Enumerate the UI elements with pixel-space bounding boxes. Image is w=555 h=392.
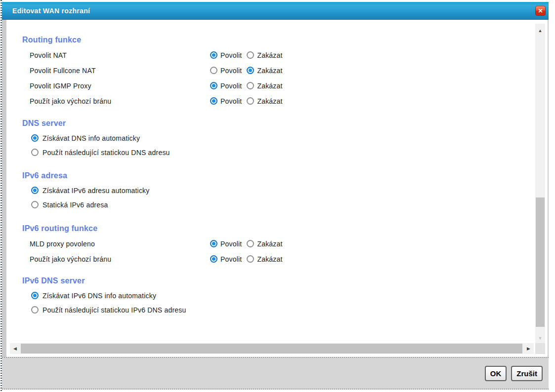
radio-option[interactable] [31,187,39,194]
radio-povolit-label: Povolit [220,82,242,90]
radio-group: Povolit Zakázat [210,240,288,248]
setting-row-fullcone-nat: Povolit Fullcone NAT Povolit Zakázat [6,63,533,78]
radio-group: Povolit Zakázat [210,97,288,105]
section-heading: DNS server [22,119,533,128]
scroll-down-icon[interactable]: ▼ [535,335,545,341]
option-ipv6-dns-auto: Získávat IPv6 DNS info automaticky [6,288,533,303]
page-left-dotted-border [0,0,2,392]
radio-zakazat[interactable] [247,240,254,247]
section-heading: Routing funkce [22,36,533,45]
setting-row-povolit-nat: Povolit NAT Povolit Zakázat [6,47,533,63]
radio-option[interactable] [31,306,39,314]
section-routing-funkce: Routing funkce Povolit NAT Povolit Zakáz… [6,36,533,109]
option-ipv6-dns-static: Použít následující statickou IPv6 DNS ad… [6,303,533,317]
ok-button[interactable]: OK [485,366,507,381]
radio-group: Povolit Zakázat [210,67,288,75]
section-heading: IPv6 routing funkce [22,224,533,234]
vertical-scrollbar-thumb[interactable] [536,197,545,327]
vertical-scrollbar[interactable]: ▲ ▼ [535,24,545,343]
section-heading: IPv6 DNS server [22,276,533,286]
radio-povolit[interactable] [210,240,217,247]
option-dns-static: Použít následující statickou DNS adresu [6,145,533,159]
section-heading: IPv6 adresa [22,171,533,181]
radio-povolit-label: Povolit [220,240,242,248]
setting-label: MLD proxy povoleno [30,240,210,248]
setting-row-igmp-proxy: Povolit IGMP Proxy Povolit Zakázat [6,78,533,93]
cancel-button[interactable]: Zrušit [511,366,543,381]
radio-povolit[interactable] [210,255,217,263]
scrollbar-corner [535,343,545,354]
radio-option[interactable] [31,149,39,156]
option-label: Použít následující statickou DNS adresu [43,149,170,157]
option-label: Získávat DNS info automaticky [43,134,140,142]
radio-zakazat-label: Zakázat [257,67,282,75]
radio-zakazat-label: Zakázat [257,82,282,90]
setting-label: Povolit NAT [30,51,210,59]
horizontal-scrollbar-thumb[interactable] [21,344,522,353]
radio-zakazat-label: Zakázat [257,97,282,105]
scroll-right-icon[interactable]: ▶ [527,343,530,354]
dialog-content: Routing funkce Povolit NAT Povolit Zakáz… [6,20,533,356]
setting-row-mld-proxy: MLD proxy povoleno Povolit Zakázat [6,236,533,251]
scroll-up-icon[interactable]: ▲ [535,28,545,34]
radio-group: Povolit Zakázat [210,51,288,59]
radio-zakazat-label: Zakázat [257,51,282,59]
radio-povolit-label: Povolit [220,97,242,105]
setting-label: Povolit Fullcone NAT [30,67,210,75]
modal-screen: Editovat WAN rozhraní ✕ Routing funkce P… [0,0,555,392]
radio-povolit[interactable] [210,97,217,105]
radio-group: Povolit Zakázat [210,255,288,263]
dialog-footer: OK Zrušit [2,357,549,390]
option-ipv6-static: Statická IPv6 adresa [6,197,533,212]
option-label: Získávat IPv6 DNS info automaticky [43,292,156,300]
horizontal-scrollbar[interactable]: ◀ ▶ [10,343,534,354]
radio-option[interactable] [31,201,39,208]
radio-group: Povolit Zakázat [210,82,288,90]
option-dns-auto: Získávat DNS info automaticky [6,131,533,145]
radio-povolit-label: Povolit [220,67,242,75]
radio-zakazat-label: Zakázat [257,255,282,263]
radio-zakazat[interactable] [247,67,254,74]
option-label: Získávat IPv6 adresu automaticky [43,187,150,195]
radio-zakazat[interactable] [247,255,254,263]
radio-zakazat[interactable] [247,51,254,59]
setting-label: Použít jako výchozí bránu [30,255,210,263]
radio-zakazat-label: Zakázat [257,240,282,248]
radio-option[interactable] [31,292,39,299]
setting-label: Povolit IGMP Proxy [30,82,210,90]
setting-row-ipv6-default-gateway: Použít jako výchozí bránu Povolit Zakáza… [6,251,533,267]
dialog-title: Editovat WAN rozhraní [2,7,90,15]
radio-povolit-label: Povolit [220,255,242,263]
radio-povolit[interactable] [210,51,217,59]
close-icon[interactable]: ✕ [535,6,546,16]
setting-row-default-gateway: Použít jako výchozí bránu Povolit Zakáza… [6,93,533,109]
radio-povolit-label: Povolit [220,51,242,59]
section-ipv6-dns-server: IPv6 DNS server Získávat IPv6 DNS info a… [6,276,533,317]
radio-povolit[interactable] [210,67,217,74]
radio-zakazat[interactable] [247,97,254,105]
option-ipv6-auto: Získávat IPv6 adresu automaticky [6,183,533,197]
dialog-titlebar: Editovat WAN rozhraní ✕ [2,2,549,20]
scroll-left-icon[interactable]: ◀ [13,343,17,354]
radio-option[interactable] [31,134,39,142]
section-ipv6-routing-funkce: IPv6 routing funkce MLD proxy povoleno P… [6,224,533,267]
section-dns-server: DNS server Získávat DNS info automaticky… [6,119,533,159]
section-ipv6-adresa: IPv6 adresa Získávat IPv6 adresu automat… [6,171,533,212]
radio-zakazat[interactable] [247,82,254,89]
option-label: Statická IPv6 adresa [43,201,108,209]
setting-label: Použít jako výchozí bránu [30,97,210,105]
option-label: Použít následující statickou IPv6 DNS ad… [43,306,186,314]
radio-povolit[interactable] [210,82,217,89]
